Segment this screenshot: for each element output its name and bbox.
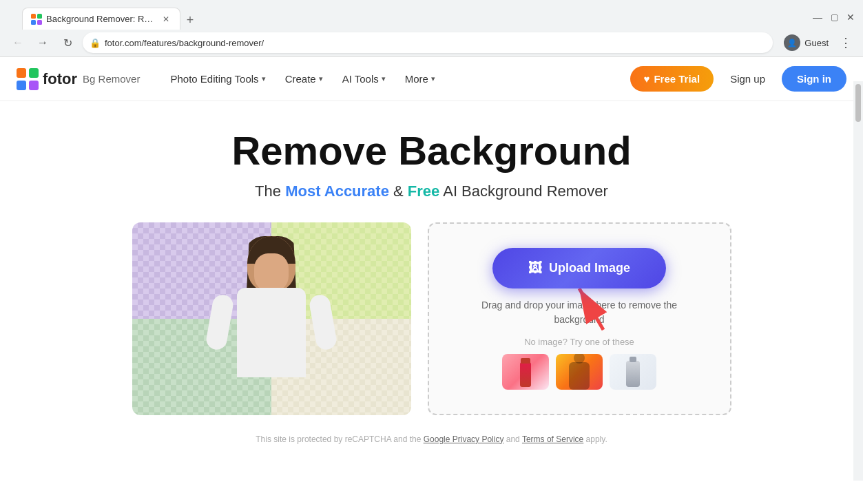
active-tab[interactable]: Background Remover: Remove B ✕ — [22, 8, 180, 30]
nav-create[interactable]: Create ▾ — [277, 67, 331, 90]
free-trial-label: Free Trial — [654, 73, 700, 85]
minimize-icon[interactable]: — — [813, 12, 822, 23]
back-button[interactable]: ← — [8, 33, 28, 52]
nav-photo-editing-chevron: ▾ — [262, 74, 266, 83]
signup-button[interactable]: Sign up — [722, 67, 773, 90]
tab-title: Background Remover: Remove B — [46, 14, 156, 24]
address-bar-wrap: 🔒 — [83, 32, 773, 53]
nav-more-chevron: ▾ — [431, 74, 435, 83]
nav-create-label: Create — [285, 73, 316, 85]
tab-bar: Background Remover: Remove B ✕ + — [14, 5, 807, 30]
nav-links: Photo Editing Tools ▾ Create ▾ AI Tools … — [162, 67, 630, 90]
sample-thumb-2[interactable] — [556, 354, 603, 390]
lock-icon: 🔒 — [90, 38, 101, 48]
upload-area: 🖼 Upload Image Drag and drop your image … — [428, 222, 731, 415]
nav-ai-tools[interactable]: AI Tools ▾ — [334, 67, 394, 90]
svg-rect-3 — [37, 20, 42, 25]
tab-favicon — [31, 14, 42, 25]
free-trial-button[interactable]: ♥ Free Trial — [630, 66, 714, 92]
svg-rect-7 — [29, 81, 39, 90]
refresh-button[interactable]: ↻ — [58, 33, 77, 52]
window-controls: — ▢ ✕ — [813, 12, 855, 23]
subtitle-highlight1: Most Accurate — [285, 182, 389, 200]
sample-images-area: No image? Try one of these — [502, 337, 656, 390]
logo-area[interactable]: fotor — [17, 68, 77, 90]
profile-name: Guest — [804, 38, 829, 48]
hero-title: Remove Background — [231, 129, 631, 173]
subtitle-highlight2: Free — [408, 182, 439, 200]
browser-tab-bar: Background Remover: Remove B ✕ + — ▢ ✕ — [0, 0, 863, 29]
footer-text: This site is protected by reCAPTCHA and … — [256, 434, 423, 444]
profile-button[interactable]: 👤 Guest — [784, 34, 829, 51]
address-input[interactable] — [83, 32, 773, 53]
svg-rect-5 — [29, 68, 39, 78]
upload-button-label: Upload Image — [549, 261, 630, 275]
demo-section: 🖼 Upload Image Drag and drop your image … — [132, 222, 731, 415]
upload-image-button[interactable]: 🖼 Upload Image — [492, 248, 666, 288]
upload-icon: 🖼 — [528, 260, 542, 276]
scrollbar-thumb[interactable] — [855, 84, 861, 122]
svg-rect-1 — [37, 14, 42, 19]
sample-thumbnails — [502, 354, 656, 390]
product-name: Bg Remover — [83, 73, 140, 85]
logo-text: fotor — [43, 70, 77, 88]
website-content: fotor Bg Remover Photo Editing Tools ▾ C… — [0, 57, 863, 450]
sample-image — [132, 222, 411, 415]
browser-chrome: Background Remover: Remove B ✕ + — ▢ ✕ ←… — [0, 0, 863, 57]
nav-photo-editing[interactable]: Photo Editing Tools ▾ — [162, 67, 273, 90]
footer-end: apply. — [583, 434, 607, 444]
tab-close-icon[interactable]: ✕ — [160, 14, 171, 25]
profile-avatar: 👤 — [784, 34, 800, 51]
nav-photo-editing-label: Photo Editing Tools — [170, 73, 258, 85]
address-bar-row: ← → ↻ 🔒 👤 Guest ⋮ — [0, 29, 863, 56]
nav-ai-tools-label: AI Tools — [342, 73, 379, 85]
sample-thumb-3[interactable] — [610, 354, 656, 390]
nav-create-chevron: ▾ — [319, 74, 323, 83]
heart-icon: ♥ — [644, 73, 650, 85]
forward-button[interactable]: → — [33, 33, 52, 52]
scrollbar[interactable] — [853, 81, 863, 481]
svg-rect-4 — [17, 68, 26, 78]
svg-line-9 — [579, 288, 603, 330]
svg-rect-6 — [17, 81, 26, 90]
woman-figure — [202, 229, 340, 415]
signin-button[interactable]: Sign in — [782, 66, 846, 92]
footer-and: and — [503, 434, 521, 444]
site-navbar: fotor Bg Remover Photo Editing Tools ▾ C… — [0, 57, 863, 101]
restore-icon[interactable]: ▢ — [831, 12, 838, 22]
svg-rect-0 — [31, 14, 36, 19]
site-footer: This site is protected by reCAPTCHA and … — [250, 429, 612, 450]
subtitle-prefix: The — [255, 182, 285, 200]
nav-ai-tools-chevron: ▾ — [382, 74, 386, 83]
fotor-logo-icon — [17, 68, 39, 90]
new-tab-button[interactable]: + — [180, 10, 200, 30]
nav-more-label: More — [405, 73, 428, 85]
terms-link[interactable]: Terms of Service — [522, 434, 583, 444]
subtitle-separator: & — [389, 182, 408, 200]
browser-menu-icon[interactable]: ⋮ — [837, 32, 855, 53]
svg-rect-2 — [31, 20, 36, 25]
main-content: Remove Background The Most Accurate & Fr… — [0, 101, 863, 450]
close-icon[interactable]: ✕ — [846, 12, 855, 23]
sample-thumb-1[interactable] — [502, 354, 549, 390]
nav-more[interactable]: More ▾ — [397, 67, 444, 90]
privacy-policy-link[interactable]: Google Privacy Policy — [424, 434, 504, 444]
nav-actions: ♥ Free Trial Sign up Sign in — [630, 66, 846, 92]
hero-subtitle: The Most Accurate & Free AI Background R… — [255, 182, 608, 200]
subtitle-suffix: AI Background Remover — [439, 182, 608, 200]
